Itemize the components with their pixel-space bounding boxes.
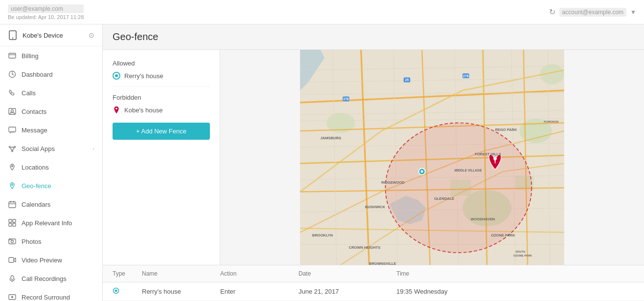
svg-text:JAMSBURG: JAMSBURG	[321, 136, 342, 140]
svg-text:SOUTH: SOUTH	[515, 250, 525, 253]
top-bar: user@example.com Be updated: Apr 10, 201…	[0, 0, 644, 24]
contacts-label: Contacts	[22, 108, 46, 115]
allowed-fence-icon	[113, 72, 120, 80]
main-content: Geo-fence Allowed Rerry's house Forbidde…	[103, 24, 644, 301]
calendars-label: Calendars	[22, 201, 50, 208]
geo-fence-label: Geo-fence	[22, 182, 51, 190]
svg-point-13	[12, 184, 13, 186]
sidebar-item-photos[interactable]: Photos	[0, 232, 102, 251]
account-email: account@example.com	[559, 8, 627, 17]
last-updated: Be updated: Apr 10, 2017 11:28	[8, 14, 84, 20]
svg-text:BUSHWICK: BUSHWICK	[365, 205, 386, 209]
map-svg: JAMSBURG BROOKLYN RIDGEWOOD GLENDALE BUS…	[220, 50, 644, 265]
svg-rect-18	[9, 219, 12, 222]
sidebar-item-billing[interactable]: Billing	[0, 46, 102, 65]
separator	[113, 86, 210, 87]
sidebar-item-geo-fence[interactable]: Geo-fence	[0, 176, 102, 195]
map-container[interactable]: JAMSBURG BROOKLYN RIDGEWOOD GLENDALE BUS…	[220, 50, 644, 265]
sidebar-item-app-relevant[interactable]: App Relevant Info	[0, 214, 102, 232]
contacts-icon	[8, 107, 17, 116]
locations-label: Locations	[22, 164, 49, 171]
svg-rect-24	[9, 258, 14, 262]
svg-point-10	[14, 147, 16, 148]
table-row: Rerry's house Enter June 21, 2017 19:35 …	[103, 282, 644, 301]
svg-rect-21	[13, 223, 16, 226]
bottom-table: Type Name Action Date Time Rerry's house…	[103, 265, 644, 301]
sidebar-item-calls[interactable]: Calls	[0, 84, 102, 102]
device-item[interactable]: Kobe's Device ⊙	[0, 24, 102, 46]
sidebar-item-calendars[interactable]: Calendars	[0, 195, 102, 214]
svg-point-11	[12, 150, 13, 152]
allowed-fence-name: Rerry's house	[124, 72, 163, 80]
calls-icon	[8, 88, 17, 97]
svg-text:BROWNSVILLE: BROWNSVILLE	[369, 261, 396, 265]
sidebar-item-record-surround[interactable]: Record Surround	[0, 288, 102, 301]
forbidden-label: Forbidden	[113, 94, 210, 101]
svg-text:WOODHAVEN: WOODHAVEN	[471, 217, 495, 221]
svg-point-23	[11, 240, 14, 243]
forbidden-fence-item: Kobe's house	[113, 106, 210, 114]
billing-icon	[8, 51, 17, 60]
svg-point-9	[9, 147, 11, 148]
geo-main: Allowed Rerry's house Forbidden	[103, 50, 644, 301]
sidebar-item-dashboard[interactable]: Dashboard	[0, 65, 102, 84]
account-dropdown-icon[interactable]: ▼	[630, 9, 636, 16]
top-bar-right: ↻ account@example.com ▼	[549, 7, 636, 17]
svg-point-41	[493, 157, 497, 160]
col-date-header: Date	[299, 270, 396, 277]
svg-point-30	[115, 108, 117, 110]
col-time-header: Time	[396, 270, 634, 277]
sidebar: Kobe's Device ⊙ Billing Dashboard	[0, 24, 103, 301]
sidebar-item-call-recordings[interactable]: Call Recordings	[0, 269, 102, 288]
sidebar-item-locations[interactable]: Locations	[0, 158, 102, 176]
sidebar-item-message[interactable]: Message	[0, 121, 102, 139]
svg-point-40	[421, 171, 423, 173]
page-title: Geo-fence	[113, 31, 634, 43]
refresh-icon[interactable]: ↻	[549, 7, 555, 17]
svg-point-8	[11, 147, 14, 150]
sidebar-item-social-apps[interactable]: Social Apps ›	[0, 139, 102, 158]
col-name-header: Name	[142, 270, 220, 277]
add-new-fence-button[interactable]: + Add New Fence	[113, 123, 210, 140]
video-preview-label: Video Preview	[22, 257, 62, 264]
sidebar-item-contacts[interactable]: Contacts	[0, 102, 102, 121]
top-bar-left: user@example.com Be updated: Apr 10, 201…	[8, 4, 84, 20]
device-name: Kobe's Device	[23, 32, 63, 39]
social-apps-icon	[8, 144, 17, 153]
svg-text:CROWN HEIGHTS: CROWN HEIGHTS	[349, 245, 380, 250]
svg-rect-14	[9, 202, 16, 208]
device-info: Kobe's Device	[8, 30, 63, 40]
calendars-icon	[8, 200, 17, 209]
device-phone-icon	[8, 30, 18, 40]
photos-label: Photos	[22, 238, 41, 245]
allowed-fence-item: Rerry's house	[113, 72, 210, 80]
calls-label: Calls	[22, 89, 36, 97]
dashboard-icon	[8, 70, 17, 79]
table-header: Type Name Action Date Time	[103, 265, 644, 282]
svg-text:GLENDALE: GLENDALE	[434, 196, 454, 201]
forbidden-fence-name: Kobe's house	[124, 107, 162, 114]
geo-panel: Allowed Rerry's house Forbidden	[103, 50, 220, 265]
svg-text:FOREST HILLS: FOREST HILLS	[475, 152, 501, 156]
row-time: 19:35 Wednesday	[396, 288, 634, 295]
svg-text:OZONE PARK: OZONE PARK	[491, 233, 515, 237]
row-date: June 21, 2017	[299, 288, 396, 295]
col-type-header: Type	[113, 270, 142, 277]
svg-rect-20	[9, 223, 12, 226]
locations-icon	[8, 163, 17, 172]
page-header: Geo-fence	[103, 24, 644, 50]
video-preview-icon	[8, 256, 17, 264]
svg-text:MIDDLE VILLAGE: MIDDLE VILLAGE	[455, 169, 483, 172]
svg-point-12	[12, 166, 13, 167]
svg-point-28	[11, 296, 13, 298]
forbidden-fence-icon	[113, 106, 120, 114]
svg-point-6	[11, 110, 14, 112]
svg-text:RIDGEWOOD: RIDGEWOOD	[381, 180, 405, 185]
sidebar-item-video-preview[interactable]: Video Preview	[0, 251, 102, 269]
record-surround-icon	[8, 293, 17, 301]
main-layout: Kobe's Device ⊙ Billing Dashboard	[0, 24, 644, 301]
col-action-header: Action	[220, 270, 299, 277]
record-surround-label: Record Surround	[22, 294, 70, 301]
svg-rect-2	[9, 53, 16, 58]
user-email: user@example.com	[8, 4, 84, 13]
